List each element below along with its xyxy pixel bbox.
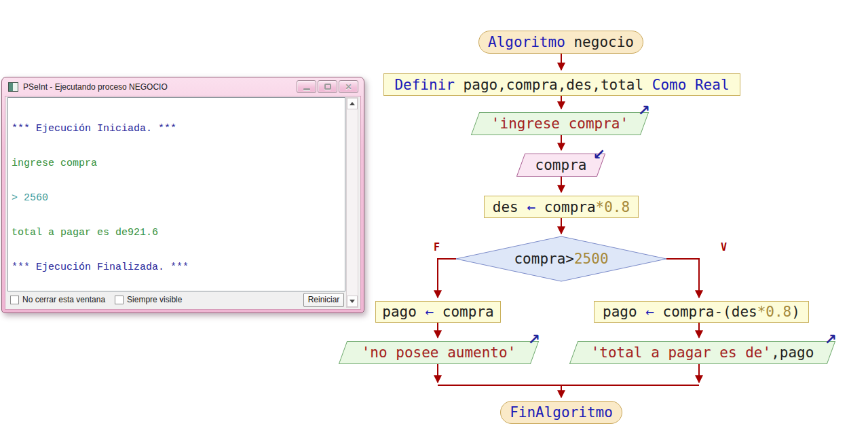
checkbox-siempre-visible-label: Siempre visible [127, 295, 182, 304]
restore-button[interactable] [318, 80, 337, 93]
output-arrow-icon: ↗ [528, 332, 540, 347]
minimize-icon [303, 88, 310, 90]
flowchart-node-input-compra[interactable]: ↙ compra [521, 154, 601, 177]
flowchart-node-start[interactable]: Algoritmo negocio [478, 31, 643, 54]
checkbox-no-cerrar[interactable] [10, 296, 19, 304]
minimize-button[interactable] [297, 80, 316, 93]
console-output[interactable]: *** Ejecución Iniciada. *** ingrese comp… [7, 97, 345, 291]
flowchart-node-output-no-aumento[interactable]: ↗ 'no posee aumento' [343, 341, 535, 364]
console-line: ingrese compra [12, 158, 341, 169]
flowchart-node-decision-label: compra>2500 [456, 248, 666, 270]
window-client-area: *** Ejecución Iniciada. *** ingrese comp… [5, 96, 361, 310]
pseint-screen: PSeInt - Ejecutando proceso NEGOCIO ✕ **… [0, 0, 868, 445]
console-line: *** Ejecución Finalizada. *** [12, 262, 341, 273]
output-arrow-icon: ↗ [638, 103, 650, 118]
window-bottom-bar: No cerrar esta ventana Siempre visible R… [7, 291, 345, 308]
restart-button[interactable]: Reiniciar [303, 293, 344, 307]
checkbox-siempre-visible[interactable] [115, 296, 124, 304]
flowchart-node-assign-pago-true[interactable]: pago ← compra-(des*0.8) [594, 301, 809, 323]
flowchart-node-fin[interactable]: FinAlgoritmo [500, 401, 622, 424]
scroll-up-icon [350, 102, 355, 105]
scroll-down-button[interactable] [347, 296, 358, 307]
scroll-up-button[interactable] [347, 98, 358, 109]
flowchart-node-assign-des[interactable]: des ← compra*0.8 [484, 196, 639, 218]
execution-window: PSeInt - Ejecutando proceso NEGOCIO ✕ **… [1, 77, 364, 313]
output-arrow-icon: ↗ [825, 332, 837, 347]
branch-true-label: V [721, 241, 727, 253]
flowchart-node-definir[interactable]: Definir pago,compra,des,total Como Real [383, 73, 740, 96]
scroll-down-icon [350, 300, 355, 303]
branch-false-label: F [434, 241, 440, 253]
close-button[interactable]: ✕ [339, 80, 358, 93]
flowchart-node-output-total[interactable]: ↗ 'total a pagar es de',pago [573, 341, 831, 364]
input-arrow-icon: ↙ [593, 147, 605, 162]
vertical-scrollbar[interactable] [346, 97, 358, 308]
titlebar[interactable]: PSeInt - Ejecutando proceso NEGOCIO ✕ [2, 77, 364, 96]
close-icon: ✕ [345, 83, 352, 91]
window-title: PSeInt - Ejecutando proceso NEGOCIO [23, 82, 168, 92]
console-line: *** Ejecución Iniciada. *** [12, 123, 341, 135]
console-line: total a pagar es de921.6 [12, 227, 341, 238]
restore-icon [324, 84, 331, 90]
app-icon [8, 82, 18, 92]
checkbox-no-cerrar-label: No cerrar esta ventana [22, 295, 105, 304]
flowchart-node-assign-pago-false[interactable]: pago ← compra [375, 301, 501, 323]
console-line: > 2560 [12, 192, 341, 204]
flowchart-node-output-ingrese[interactable]: ↗ 'ingrese compra' [475, 112, 645, 135]
